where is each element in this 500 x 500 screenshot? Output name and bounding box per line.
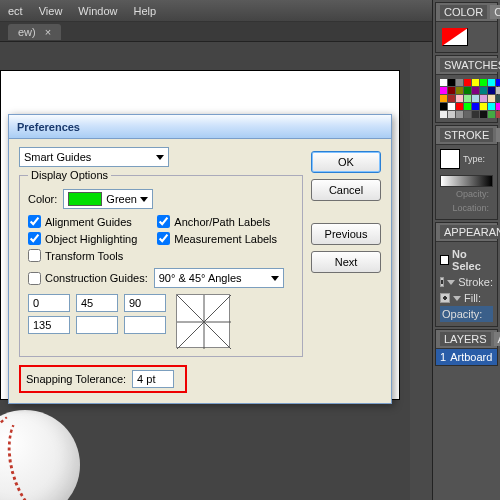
swatch[interactable]: [488, 95, 495, 102]
tab-label: ew): [18, 26, 36, 38]
angles-value: 90° & 45° Angles: [159, 272, 242, 284]
layer-name: Artboard: [450, 351, 492, 363]
tab-layers[interactable]: LAYERS: [440, 332, 491, 346]
swatches-panel: SWATCHES: [435, 55, 498, 123]
swatch[interactable]: [496, 103, 500, 110]
swatch[interactable]: [448, 111, 455, 118]
tab-color-guide[interactable]: CO: [490, 5, 500, 19]
angle-empty-input[interactable]: [124, 316, 166, 334]
swatch[interactable]: [440, 103, 447, 110]
gradient-slider[interactable]: [440, 175, 493, 187]
swatch[interactable]: [496, 95, 500, 102]
construction-guides-checkbox[interactable]: Construction Guides:: [28, 272, 148, 285]
swatch[interactable]: [440, 95, 447, 102]
display-options-group: Display Options Color: Green Alignment G…: [19, 169, 303, 357]
swatch[interactable]: [456, 87, 463, 94]
swatch[interactable]: [456, 111, 463, 118]
chevron-down-icon: [156, 155, 164, 160]
swatch[interactable]: [464, 79, 471, 86]
next-button[interactable]: Next: [311, 251, 381, 273]
menu-select[interactable]: ect: [8, 5, 23, 17]
swatch[interactable]: [464, 111, 471, 118]
appearance-panel: APPEARANCE No Selec Stroke: Fill: Opacit…: [435, 222, 498, 327]
swatch-grid[interactable]: [440, 79, 493, 118]
cancel-button[interactable]: Cancel: [311, 179, 381, 201]
swatch[interactable]: [440, 79, 447, 86]
anchor-path-labels-checkbox[interactable]: Anchor/Path Labels: [157, 215, 277, 228]
tab-gradient[interactable]: GRA: [496, 128, 500, 142]
tab-swatches[interactable]: SWATCHES: [440, 58, 500, 72]
angle-empty-input[interactable]: [76, 316, 118, 334]
swatch[interactable]: [488, 87, 495, 94]
close-icon[interactable]: ×: [45, 26, 51, 38]
swatch[interactable]: [456, 103, 463, 110]
menu-help[interactable]: Help: [133, 5, 156, 17]
category-dropdown[interactable]: Smart Guides: [19, 147, 169, 167]
swatch[interactable]: [472, 87, 479, 94]
angle-0-input[interactable]: 0: [28, 294, 70, 312]
chevron-down-icon[interactable]: [453, 296, 461, 301]
swatch[interactable]: [440, 111, 447, 118]
tab-color[interactable]: COLOR: [440, 5, 487, 19]
swatch[interactable]: [480, 95, 487, 102]
angle-90-input[interactable]: 90: [124, 294, 166, 312]
tab-stroke[interactable]: STROKE: [440, 128, 493, 142]
chevron-down-icon: [271, 276, 279, 281]
opacity-label: Opacity:: [440, 187, 493, 201]
angles-dropdown[interactable]: 90° & 45° Angles: [154, 268, 284, 288]
stroke-panel: STROKEGRA Type: Opacity: Location:: [435, 125, 498, 220]
previous-button[interactable]: Previous: [311, 223, 381, 245]
swatch[interactable]: [496, 87, 500, 94]
layer-row[interactable]: 1 Artboard: [436, 349, 497, 365]
menu-window[interactable]: Window: [78, 5, 117, 17]
swatch[interactable]: [488, 79, 495, 86]
angle-135-input[interactable]: 135: [28, 316, 70, 334]
swatch[interactable]: [448, 87, 455, 94]
stroke-label: Stroke:: [458, 276, 493, 288]
color-dropdown[interactable]: Green: [63, 189, 153, 209]
eye-icon[interactable]: [440, 277, 444, 287]
swatch[interactable]: [480, 111, 487, 118]
swatch[interactable]: [448, 79, 455, 86]
swatch[interactable]: [472, 111, 479, 118]
swatch[interactable]: [472, 103, 479, 110]
stroke-swatch[interactable]: [440, 149, 460, 169]
dialog-title: Preferences: [9, 115, 391, 139]
color-panel: COLORCO: [435, 2, 498, 53]
opacity-row[interactable]: Opacity:: [442, 308, 482, 320]
swatch[interactable]: [472, 79, 479, 86]
swatch[interactable]: [448, 103, 455, 110]
swatch[interactable]: [480, 79, 487, 86]
tab-artboards[interactable]: ART: [494, 332, 500, 346]
snapping-tolerance-input[interactable]: 4 pt: [132, 370, 174, 388]
ok-button[interactable]: OK: [311, 151, 381, 173]
object-highlighting-checkbox[interactable]: Object Highlighting: [28, 232, 137, 245]
category-value: Smart Guides: [24, 151, 91, 163]
angle-45-input[interactable]: 45: [76, 294, 118, 312]
measurement-labels-checkbox[interactable]: Measurement Labels: [157, 232, 277, 245]
snapping-label: Snapping Tolerance:: [26, 373, 126, 385]
swatch[interactable]: [496, 111, 500, 118]
swatch[interactable]: [480, 87, 487, 94]
swatch[interactable]: [456, 95, 463, 102]
swatch[interactable]: [464, 87, 471, 94]
document-tab[interactable]: ew) ×: [8, 24, 61, 40]
swatch[interactable]: [480, 103, 487, 110]
swatch[interactable]: [472, 95, 479, 102]
swatch[interactable]: [448, 95, 455, 102]
tab-appearance[interactable]: APPEARANCE: [440, 225, 500, 239]
menu-view[interactable]: View: [39, 5, 63, 17]
alignment-guides-checkbox[interactable]: Alignment Guides: [28, 215, 137, 228]
fill-stroke-indicator[interactable]: [442, 28, 468, 46]
swatch[interactable]: [496, 79, 500, 86]
color-swatch: [68, 192, 102, 206]
chevron-down-icon[interactable]: [447, 280, 455, 285]
swatch[interactable]: [488, 111, 495, 118]
swatch[interactable]: [464, 103, 471, 110]
swatch[interactable]: [464, 95, 471, 102]
swatch[interactable]: [456, 79, 463, 86]
swatch[interactable]: [440, 87, 447, 94]
swatch[interactable]: [488, 103, 495, 110]
eye-icon[interactable]: [440, 293, 450, 303]
transform-tools-checkbox[interactable]: Transform Tools: [28, 249, 137, 262]
